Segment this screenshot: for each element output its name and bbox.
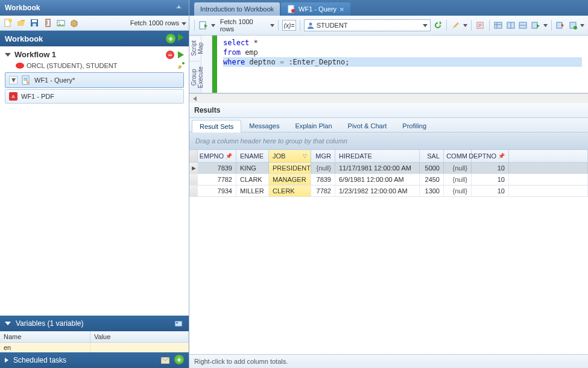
workbook-section-title: Workbook bbox=[5, 34, 43, 43]
row-indicator-icon bbox=[189, 186, 198, 196]
grid1-icon[interactable] bbox=[493, 20, 504, 31]
grid-row[interactable]: 7934 MILLER CLERK 7782 1/23/1982 12:00:0… bbox=[189, 186, 588, 197]
col-job[interactable]: JOB▽ bbox=[269, 150, 311, 162]
toolbar-dropdown-caret[interactable] bbox=[580, 24, 584, 27]
toolbar-dropdown-caret[interactable] bbox=[270, 24, 274, 27]
pin-icon[interactable] bbox=[173, 2, 184, 13]
svg-rect-12 bbox=[175, 321, 182, 326]
rtab-profiling[interactable]: Profiling bbox=[394, 119, 434, 132]
grid-run-icon[interactable] bbox=[531, 20, 541, 31]
row-selector-header[interactable] bbox=[189, 150, 198, 162]
rtab-pivot[interactable]: Pivot & Chart bbox=[340, 119, 395, 132]
svg-rect-10 bbox=[24, 78, 28, 79]
variable-row[interactable]: en bbox=[0, 343, 189, 352]
workflow-name: Workflow 1 bbox=[14, 50, 56, 59]
variables-table: Name Value en bbox=[0, 331, 189, 352]
tab-query[interactable]: WF1 - Query × bbox=[281, 2, 350, 16]
document-tabs: Introduction to Workbook WF1 - Query × bbox=[189, 0, 588, 16]
workbook-panel-header: Workbook bbox=[0, 0, 189, 16]
svg-point-18 bbox=[309, 23, 312, 26]
tab-label: WF1 - Query bbox=[299, 5, 337, 13]
row-indicator-icon bbox=[189, 174, 198, 185]
caret-down-icon bbox=[5, 53, 11, 57]
connection-dropdown[interactable]: STUDENT bbox=[304, 19, 431, 31]
results-grid: EMPNO📌 ENAME JOB▽ MGR HIREDATE SAL COMM … bbox=[189, 150, 588, 319]
workflow-tree: Workflow 1 – ORCL (STUDENT), STUDENT WF1… bbox=[0, 46, 189, 107]
save-icon[interactable] bbox=[29, 17, 40, 28]
rtab-result-sets[interactable]: Result Sets bbox=[192, 120, 241, 133]
toolbar-dropdown-caret[interactable] bbox=[211, 24, 215, 27]
run-workflow-icon[interactable] bbox=[178, 51, 184, 58]
export2-icon[interactable] bbox=[567, 20, 578, 31]
scheduled-tasks-header[interactable]: Scheduled tasks + bbox=[0, 352, 189, 368]
query-node[interactable]: WF1 - Query* bbox=[5, 72, 184, 88]
filter-icon: ▽ bbox=[303, 153, 307, 159]
picture-icon[interactable] bbox=[55, 17, 66, 28]
col-ename[interactable]: ENAME bbox=[236, 150, 269, 162]
add-workflow-icon[interactable]: + bbox=[166, 34, 175, 43]
col-comm[interactable]: COMM bbox=[444, 150, 472, 162]
rtab-messages[interactable]: Messages bbox=[241, 119, 287, 132]
format-icon[interactable] bbox=[475, 20, 485, 31]
svg-rect-23 bbox=[532, 22, 537, 28]
sql-editor[interactable]: select * from emp where deptno = :Enter_… bbox=[217, 36, 588, 93]
pin-icon: 📌 bbox=[498, 153, 505, 159]
new-icon[interactable] bbox=[2, 17, 13, 28]
svg-rect-24 bbox=[557, 22, 562, 28]
connection-row[interactable]: ORCL (STUDENT), STUDENT bbox=[2, 60, 186, 71]
fetch-rows-label[interactable]: Fetch 1000 rows bbox=[220, 18, 266, 33]
group-by-bar[interactable]: Drag a column header here to group by th… bbox=[189, 133, 588, 150]
side-tab-script-map[interactable]: Script Map bbox=[189, 36, 201, 61]
workbook-panel: Workbook Fetch 1000 rows Workbook + Wo bbox=[0, 0, 189, 368]
variables-header[interactable]: Variables (1 variable) bbox=[0, 316, 189, 331]
col-sal[interactable]: SAL bbox=[420, 150, 444, 162]
fetch-rows-dropdown[interactable]: Fetch 1000 rows bbox=[130, 19, 186, 27]
package-icon[interactable] bbox=[69, 17, 80, 28]
svg-point-16 bbox=[291, 9, 295, 13]
connection-name: STUDENT bbox=[317, 22, 348, 29]
col-mgr[interactable]: MGR bbox=[311, 150, 335, 162]
node-caret-icon[interactable] bbox=[9, 76, 17, 84]
tab-intro[interactable]: Introduction to Workbook bbox=[194, 2, 280, 16]
edit-connection-icon[interactable] bbox=[175, 60, 186, 71]
workbook-toolbar: Fetch 1000 rows bbox=[0, 16, 189, 31]
col-hiredate[interactable]: HIREDATE bbox=[335, 150, 420, 162]
variables-title: Variables (1 variable) bbox=[16, 319, 84, 328]
brush-icon[interactable] bbox=[450, 20, 461, 31]
variables-settings-icon[interactable] bbox=[173, 318, 184, 329]
run-icon[interactable] bbox=[198, 20, 209, 31]
pdf-node[interactable]: A WF1 - PDF bbox=[5, 89, 184, 104]
export-icon[interactable] bbox=[555, 20, 566, 31]
refresh-icon[interactable] bbox=[433, 20, 443, 31]
toolbar-dropdown-caret[interactable] bbox=[543, 24, 548, 27]
connection-label: ORCL (STUDENT), STUDENT bbox=[27, 62, 118, 69]
pdf-icon: A bbox=[9, 92, 17, 101]
side-tab-group-execute[interactable]: Group Execute bbox=[189, 61, 201, 93]
variables-value-col[interactable]: Value bbox=[90, 331, 189, 342]
col-empno[interactable]: EMPNO📌 bbox=[198, 150, 236, 162]
variable-name: en bbox=[0, 343, 90, 352]
svg-point-26 bbox=[574, 26, 577, 30]
attachment-icon[interactable] bbox=[42, 17, 53, 28]
pdf-node-label: WF1 - PDF bbox=[21, 93, 54, 100]
close-icon[interactable]: × bbox=[340, 5, 344, 14]
open-icon[interactable] bbox=[16, 17, 27, 28]
workflow-node[interactable]: Workflow 1 – bbox=[2, 49, 186, 60]
rtab-explain[interactable]: Explain Plan bbox=[287, 119, 340, 132]
sql-file-icon bbox=[21, 75, 31, 85]
grid2-icon[interactable] bbox=[505, 20, 516, 31]
grid3-icon[interactable] bbox=[518, 20, 528, 31]
editor-area: Script Map Group Execute select * from e… bbox=[189, 36, 588, 93]
remove-workflow-icon[interactable]: – bbox=[166, 51, 174, 59]
variables-name-col[interactable]: Name bbox=[0, 331, 90, 342]
grid-row[interactable]: 7782 CLARK MANAGER 7839 6/9/1981 12:00:0… bbox=[189, 174, 588, 186]
fx-button[interactable]: (x)= bbox=[282, 20, 296, 31]
grid-row[interactable]: ▶ 7839 KING PRESIDENT {null} 11/17/1981 … bbox=[189, 163, 588, 174]
editor-hscroll[interactable] bbox=[189, 93, 588, 103]
grid-header: EMPNO📌 ENAME JOB▽ MGR HIREDATE SAL COMM … bbox=[189, 150, 588, 163]
run-all-icon[interactable] bbox=[178, 34, 184, 41]
col-deptno[interactable]: DEPTNO📌 bbox=[472, 150, 509, 162]
toolbar-dropdown-caret[interactable] bbox=[463, 24, 467, 27]
add-task-icon[interactable]: + bbox=[174, 355, 184, 364]
mail-icon[interactable] bbox=[160, 355, 171, 366]
